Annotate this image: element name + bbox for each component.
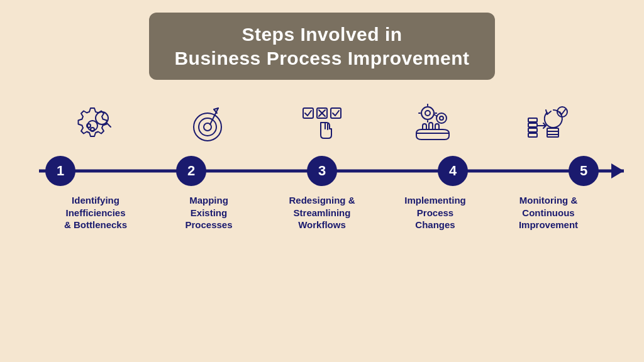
svg-rect-27	[528, 123, 537, 127]
svg-rect-31	[547, 128, 558, 137]
step-label-4: ImplementingProcessChanges	[385, 194, 486, 231]
step-1-icon	[67, 99, 124, 149]
step-label-3: Redesigning &StreamliningWorkflows	[272, 194, 372, 231]
step-label-1: IdentifyingInefficiencies& Bottlenecks	[45, 194, 146, 231]
step-2-col	[158, 99, 259, 149]
svg-line-24	[434, 114, 437, 116]
svg-point-19	[440, 116, 443, 120]
icons-row	[33, 99, 611, 149]
labels-row: IdentifyingInefficiencies& Bottlenecks M…	[33, 194, 611, 231]
step-1-col	[45, 99, 146, 149]
step-4-col	[385, 99, 486, 149]
step-label-5: Monitoring &ContinuousImprovement	[498, 194, 599, 231]
step-3-icon	[294, 99, 350, 149]
timeline-bar: 1 2 3 4 5	[20, 155, 624, 187]
svg-point-3	[87, 124, 91, 128]
step-circle-1: 1	[45, 156, 75, 186]
svg-point-0	[87, 121, 97, 131]
step-4-icon	[407, 99, 464, 149]
step-5-col	[498, 99, 599, 149]
svg-point-17	[425, 111, 430, 116]
svg-point-4	[91, 128, 94, 131]
svg-rect-26	[528, 118, 537, 122]
title-box: Steps Involved in Business Process Impro…	[149, 13, 494, 80]
svg-line-2	[106, 123, 111, 127]
svg-point-16	[421, 107, 434, 119]
timeline-section: 1 2 3 4 5 IdentifyingInefficiencies& Bot…	[19, 99, 625, 231]
step-2-icon	[180, 99, 237, 149]
circles-row: 1 2 3 4 5	[33, 156, 611, 186]
step-5-icon	[520, 99, 577, 149]
svg-point-6	[199, 118, 216, 136]
timeline-arrow	[611, 163, 624, 178]
step-3-col	[272, 99, 372, 149]
step-label-2: MappingExistingProcesses	[158, 194, 259, 231]
svg-rect-28	[528, 128, 537, 132]
step-circle-2: 2	[176, 156, 206, 186]
svg-point-5	[194, 113, 221, 141]
svg-point-18	[436, 113, 447, 123]
step-circle-3: 3	[307, 156, 337, 186]
step-circle-4: 4	[438, 156, 468, 186]
step-circle-5: 5	[569, 156, 599, 186]
svg-rect-29	[528, 133, 537, 137]
page-title: Steps Involved in Business Process Impro…	[174, 23, 469, 70]
